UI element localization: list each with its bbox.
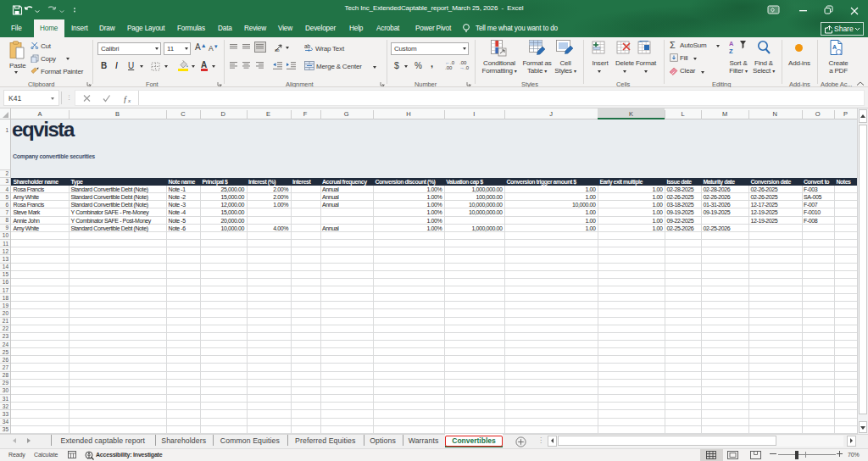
svg-text:f: f: [124, 94, 127, 103]
svg-text:Z: Z: [729, 47, 733, 54]
svg-text:ab: ab: [275, 47, 280, 53]
svg-text:x: x: [127, 97, 131, 103]
svg-text:ab: ab: [304, 43, 311, 49]
svg-text:A: A: [832, 44, 837, 50]
